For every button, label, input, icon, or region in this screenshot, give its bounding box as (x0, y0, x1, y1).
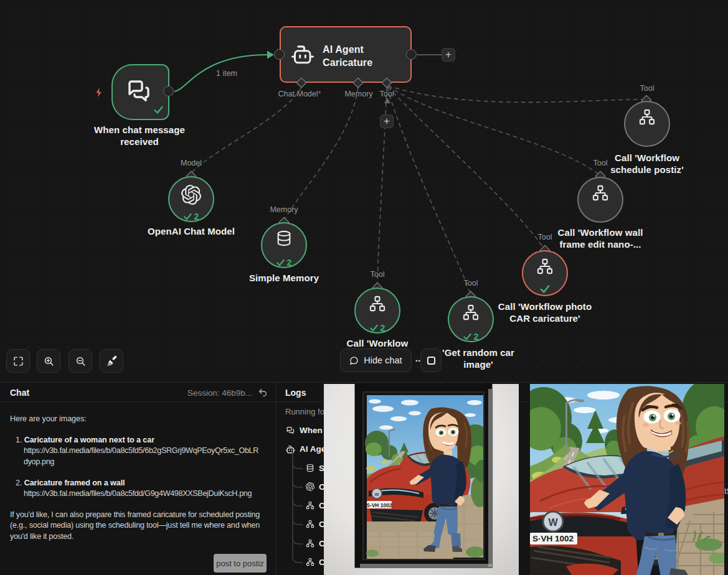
svg-text:S·VH 1002: S·VH 1002 (532, 534, 574, 543)
svg-text:W: W (548, 517, 558, 528)
svg-text:W: W (374, 492, 379, 497)
svg-text:S-VH 1002: S-VH 1002 (366, 502, 392, 508)
